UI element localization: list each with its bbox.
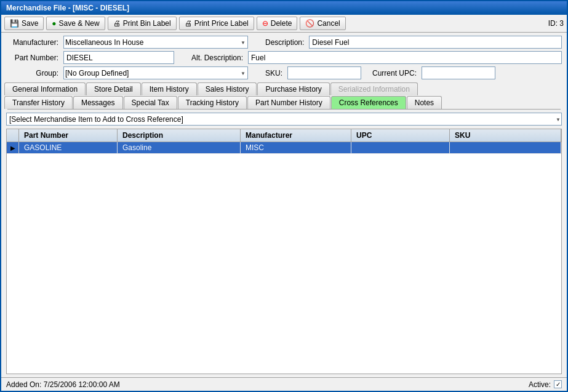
- print-price-icon: 🖨: [185, 19, 192, 28]
- save-new-icon: ●: [52, 19, 56, 28]
- form-row-2: Part Number: Alt. Description:: [6, 51, 562, 64]
- tab-item-history[interactable]: Item History: [142, 82, 197, 95]
- window-title: Merchandise File - [MISC - DIESEL]: [6, 4, 129, 12]
- grid-col-manufacturer: Manufacturer: [241, 129, 351, 142]
- main-window: Merchandise File - [MISC - DIESEL] 💾 Sav…: [0, 0, 568, 392]
- part-number-input[interactable]: [63, 51, 174, 64]
- tabs-row-1: General Information Store Detail Item Hi…: [4, 82, 564, 95]
- checkmark-icon: ✓: [556, 381, 561, 388]
- record-id: ID: 3: [548, 19, 564, 28]
- row-arrow-icon: ▶: [7, 142, 19, 153]
- current-upc-label: Current UPC:: [372, 69, 417, 78]
- print-bin-icon: 🖨: [113, 19, 121, 28]
- grid-col-description: Description: [118, 129, 241, 142]
- sku-group: SKU: Current UPC:: [265, 66, 562, 79]
- alt-description-group: Alt. Description:: [191, 51, 562, 64]
- form-row-3: Group: [No Group Defined] SKU: Current U…: [6, 66, 562, 79]
- tab-sales-history[interactable]: Sales History: [198, 82, 257, 95]
- tabs-row-2: Transfer History Messages Special Tax Tr…: [4, 96, 564, 109]
- save-icon: 💾: [10, 19, 19, 28]
- toolbar: 💾 Save ● Save & New 🖨 Print Bin Label 🖨 …: [1, 15, 567, 33]
- status-active: Active: ✓: [529, 380, 562, 389]
- tab-general[interactable]: General Information: [4, 82, 86, 95]
- tab-store[interactable]: Store Detail: [86, 82, 141, 95]
- cancel-icon: 🚫: [305, 19, 314, 28]
- cross-ref-grid: Part Number Description Manufacturer UPC…: [6, 129, 562, 374]
- cell-part-number: GASOLINE: [19, 142, 118, 153]
- alt-description-label: Alt. Description:: [191, 54, 243, 62]
- sku-input[interactable]: [287, 66, 361, 79]
- tab-part-num-history[interactable]: Part Number History: [247, 96, 330, 109]
- manufacturer-select[interactable]: Miscellaneous In House: [63, 36, 248, 49]
- active-label: Active:: [529, 380, 551, 389]
- added-on-label: Added On:: [6, 380, 41, 389]
- cross-ref-dropdown[interactable]: [Select Merchandise Item to Add to Cross…: [6, 113, 562, 126]
- cancel-button[interactable]: 🚫 Cancel: [300, 17, 345, 30]
- status-added-on: Added On: 7/25/2006 12:00:00 AM: [6, 380, 120, 389]
- current-upc-input[interactable]: [422, 66, 495, 79]
- delete-icon: ⊖: [262, 19, 268, 28]
- grid-row[interactable]: ▶ GASOLINE Gasoline MISC: [7, 142, 561, 154]
- print-price-button[interactable]: 🖨 Print Price Label: [179, 17, 254, 30]
- tab-transfer[interactable]: Transfer History: [4, 96, 73, 109]
- form-area: Manufacturer: Miscellaneous In House Des…: [1, 33, 567, 82]
- cross-ref-dropdown-wrapper: [Select Merchandise Item to Add to Cross…: [6, 113, 562, 126]
- form-row-1: Manufacturer: Miscellaneous In House Des…: [6, 36, 562, 49]
- tab-tracking[interactable]: Tracking History: [178, 96, 247, 109]
- print-bin-button[interactable]: 🖨 Print Bin Label: [108, 17, 177, 30]
- content-area: [Select Merchandise Item to Add to Cross…: [1, 110, 567, 377]
- status-bar: Added On: 7/25/2006 12:00:00 AM Active: …: [1, 377, 567, 391]
- group-select[interactable]: [No Group Defined]: [63, 66, 248, 79]
- cell-upc: [351, 142, 450, 153]
- tab-notes[interactable]: Notes: [407, 96, 442, 109]
- grid-col-upc: UPC: [351, 129, 450, 142]
- alt-description-input[interactable]: [248, 51, 562, 64]
- cell-sku: [450, 142, 561, 153]
- grid-header-arrow: [7, 129, 19, 142]
- active-checkbox[interactable]: ✓: [554, 380, 562, 388]
- manufacturer-select-wrapper: Miscellaneous In House: [63, 36, 248, 49]
- tab-messages[interactable]: Messages: [73, 96, 123, 109]
- save-new-button[interactable]: ● Save & New: [46, 17, 105, 30]
- title-bar: Merchandise File - [MISC - DIESEL]: [1, 1, 567, 15]
- tab-serialized: Serialized Information: [330, 82, 418, 95]
- group-select-wrapper: [No Group Defined]: [63, 66, 248, 79]
- description-input[interactable]: [309, 36, 562, 49]
- tabs-row-2-container: Transfer History Messages Special Tax Tr…: [1, 95, 567, 110]
- delete-button[interactable]: ⊖ Delete: [257, 17, 298, 30]
- grid-col-sku: SKU: [450, 129, 561, 142]
- part-number-label: Part Number:: [6, 54, 58, 62]
- added-on-value: 7/25/2006 12:00:00 AM: [44, 380, 120, 389]
- cell-description: Gasoline: [118, 142, 241, 153]
- save-button[interactable]: 💾 Save: [4, 17, 44, 30]
- tab-cross-references[interactable]: Cross References: [331, 96, 406, 109]
- cell-manufacturer: MISC: [241, 142, 351, 153]
- description-label: Description:: [265, 38, 304, 47]
- grid-col-part-number: Part Number: [19, 129, 118, 142]
- tabs-row-1-container: General Information Store Detail Item Hi…: [1, 82, 567, 95]
- manufacturer-label: Manufacturer:: [6, 38, 58, 47]
- tab-special-tax[interactable]: Special Tax: [124, 96, 177, 109]
- tab-purchase-history[interactable]: Purchase History: [257, 82, 329, 95]
- sku-label: SKU:: [265, 69, 282, 78]
- description-group: Description:: [265, 36, 562, 49]
- group-label: Group:: [6, 69, 58, 78]
- grid-header: Part Number Description Manufacturer UPC…: [7, 129, 561, 142]
